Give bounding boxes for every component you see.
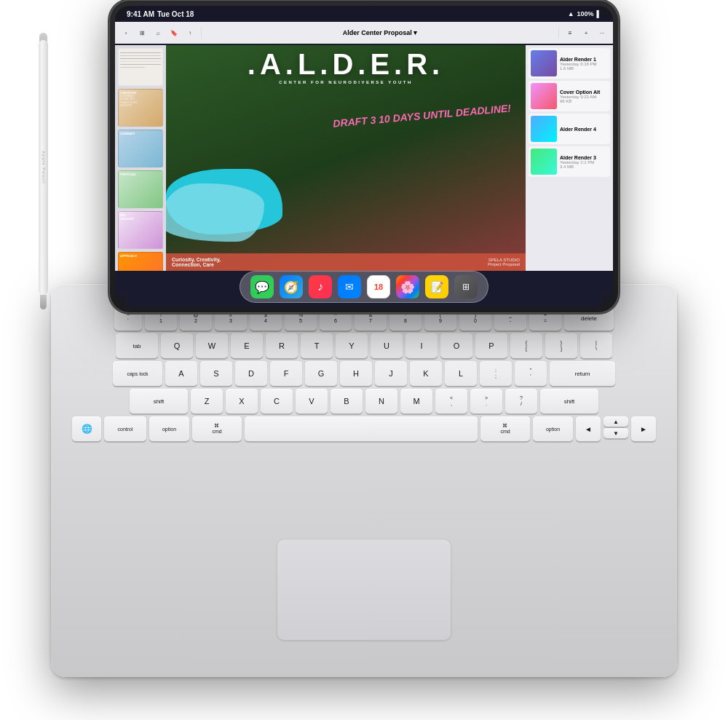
key-row-zxcv: shift Z X C V B N M <, >. ?/ shift [73, 389, 655, 414]
key-c[interactable]: C [261, 389, 293, 414]
status-time: 9:41 AM [127, 10, 154, 18]
key-q[interactable]: Q [161, 333, 193, 358]
dock-app-safari[interactable]: 🧭 [280, 275, 303, 298]
file-item[interactable]: Alder Render 4 [529, 114, 610, 144]
key-arrow-down[interactable]: ▼ [604, 428, 628, 438]
list-view-button[interactable]: ≡ [563, 26, 577, 39]
key-s[interactable]: S [200, 361, 232, 386]
key-slash[interactable]: ?/ [505, 389, 537, 414]
dock-app-photos[interactable]: 🌸 [396, 275, 419, 298]
key-row-asdf: caps lock A S D F G H J K L :; "' return [73, 361, 655, 386]
key-comma[interactable]: <, [435, 389, 467, 414]
key-o[interactable]: O [440, 333, 472, 358]
key-arrow-left[interactable]: ◄ [576, 416, 601, 441]
key-d[interactable]: D [235, 361, 267, 386]
key-x[interactable]: X [226, 389, 258, 414]
file-size: 3.4 MB [560, 165, 608, 169]
key-z[interactable]: Z [191, 389, 223, 414]
thumb-contents[interactable]: CONTENTS 01 SUMMARY02 FEATURES03 MILESTO… [118, 89, 163, 127]
key-e[interactable]: E [231, 333, 263, 358]
file-item[interactable]: Alder Render 1 Yesterday 6:18 PM 1.6 MB [529, 48, 610, 79]
key-arrow-right[interactable]: ► [631, 416, 656, 441]
battery-text: 100% [577, 10, 594, 17]
key-g[interactable]: G [305, 361, 337, 386]
poster-bottom-bar: Curiosity, Creativity,Connection, Care S… [166, 253, 526, 271]
share-button[interactable]: ↑ [183, 26, 197, 39]
key-y[interactable]: Y [336, 333, 368, 358]
key-rbracket[interactable]: }] [545, 333, 577, 358]
file-item[interactable]: Cover Option Alt Yesterday 9:23 AM 96 KB [529, 81, 610, 111]
keyboard-inner: ~` !1 @2 #3 $4 %5 [66, 298, 662, 662]
ipad-screen: 9:41 AM Tue Oct 18 ▲ 100% ▌ ‹ ⊞ ⌕ 🔖 ↑ Al… [115, 6, 613, 307]
thumb-approach[interactable]: APPROACH [118, 252, 163, 271]
thumb-sensory[interactable]: 360°SENSORY [118, 211, 163, 249]
file-name: Alder Render 4 [560, 127, 608, 132]
key-option-left[interactable]: option [149, 416, 189, 441]
key-semicolon[interactable]: :; [480, 361, 512, 386]
key-u[interactable]: U [371, 333, 403, 358]
search-button[interactable]: ⌕ [151, 26, 165, 39]
key-shift-right[interactable]: shift [540, 389, 598, 414]
dock-app-notes[interactable]: 📝 [425, 275, 448, 298]
key-l[interactable]: L [445, 361, 477, 386]
back-button[interactable]: ‹ [119, 26, 132, 39]
pencil-tip [40, 295, 47, 309]
file-thumbnail [531, 149, 557, 175]
poster-tagline: Curiosity, Creativity,Connection, Care [172, 257, 221, 267]
key-v[interactable]: V [296, 389, 328, 414]
thumb-sketch[interactable] [118, 48, 163, 86]
key-backslash[interactable]: |\ [580, 333, 612, 358]
battery-icon: ▌ [597, 10, 601, 17]
key-p[interactable]: P [475, 333, 507, 358]
key-f[interactable]: F [270, 361, 302, 386]
key-capslock[interactable]: caps lock [113, 361, 162, 386]
key-k[interactable]: K [410, 361, 442, 386]
pencil-label: Apple Pencil [41, 151, 46, 183]
file-item[interactable]: Alder Render 3 Yesterday 2:1 PM 3.4 MB [529, 146, 610, 177]
key-n[interactable]: N [365, 389, 397, 414]
trackpad[interactable] [277, 539, 451, 641]
key-period[interactable]: >. [470, 389, 502, 414]
dock-app-mail[interactable]: ✉ [338, 275, 361, 298]
file-info: Alder Render 1 Yesterday 6:18 PM 1.6 MB [560, 57, 608, 71]
file-name: Alder Render 3 [560, 155, 608, 160]
key-return[interactable]: return [550, 361, 615, 386]
bookmark-button[interactable]: 🔖 [167, 26, 181, 39]
thumb-summary[interactable]: SUMMARY [118, 130, 163, 167]
thumb-proposal[interactable]: PROPOSAL [118, 170, 163, 208]
key-m[interactable]: M [400, 389, 432, 414]
sketch-preview [119, 49, 162, 85]
more-button[interactable]: ··· [596, 26, 609, 39]
key-command-right[interactable]: ⌘cmd [480, 416, 530, 441]
pencil-body: Apple Pencil [39, 40, 48, 295]
view-toggle-button[interactable]: ⊞ [135, 26, 149, 39]
poster-subtitle: CENTER FOR NEURODIVERSE YOUTH [170, 80, 521, 84]
key-option-right[interactable]: option [533, 416, 573, 441]
key-b[interactable]: B [331, 389, 363, 414]
key-r[interactable]: R [266, 333, 298, 358]
key-lbracket[interactable]: {[ [510, 333, 542, 358]
key-control[interactable]: control [104, 416, 146, 441]
key-shift-left[interactable]: shift [130, 389, 188, 414]
key-w[interactable]: W [196, 333, 228, 358]
key-quote[interactable]: "' [515, 361, 547, 386]
add-button[interactable]: + [579, 26, 593, 39]
key-space[interactable] [245, 416, 478, 441]
dock-app-calendar[interactable]: 18 [367, 275, 390, 298]
key-i[interactable]: I [405, 333, 438, 358]
dock-app-more[interactable]: ⊞ [454, 275, 478, 298]
document-title: Alder Center Proposal ▾ [206, 29, 554, 36]
scene: Apple Pencil 9:41 AM Tue Oct 18 ▲ 100% ▌ [0, 0, 728, 720]
key-t[interactable]: T [301, 333, 333, 358]
key-command-left[interactable]: ⌘cmd [192, 416, 242, 441]
key-tab[interactable]: tab [116, 333, 158, 358]
dock-app-music[interactable]: ♪ [309, 275, 332, 298]
file-size: 96 KB [560, 99, 608, 103]
key-h[interactable]: H [340, 361, 372, 386]
dock-app-messages[interactable]: 💬 [250, 275, 274, 298]
key-arrow-up[interactable]: ▲ [604, 416, 628, 427]
key-globe[interactable]: 🌐 [72, 416, 101, 441]
wifi-icon: ▲ [568, 10, 574, 17]
key-j[interactable]: J [375, 361, 407, 386]
key-a[interactable]: A [165, 361, 197, 386]
